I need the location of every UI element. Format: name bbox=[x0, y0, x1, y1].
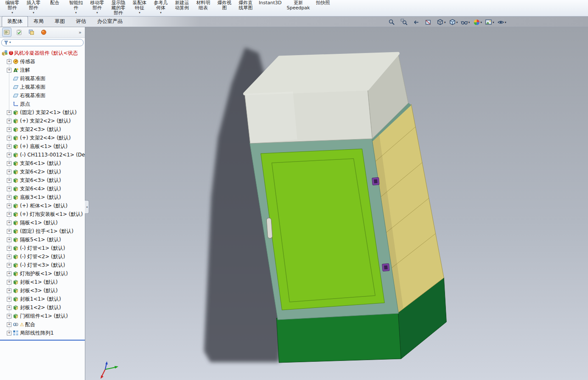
tree-item[interactable]: (-) CH1113-0012<1> (Defa bbox=[0, 151, 85, 159]
view-orientation-button[interactable]: ▾ bbox=[436, 18, 447, 26]
zoom-fit-button[interactable]: ▾ bbox=[387, 18, 398, 26]
tree-item[interactable]: 隔板<1> (默认) bbox=[0, 218, 85, 227]
show-hidden-components-button[interactable]: 显示隐 藏的零 部件 ▾ bbox=[108, 0, 129, 17]
tree-item[interactable]: (+) 柜体<1> (默认) bbox=[0, 201, 85, 210]
expand-toggle-icon[interactable] bbox=[7, 59, 11, 64]
expand-toggle-icon[interactable] bbox=[7, 195, 11, 200]
tree-item[interactable]: 门框组件<1> (默认) bbox=[0, 312, 85, 320]
tree-item[interactable]: (+) 支架2<2> (默认) bbox=[0, 117, 85, 125]
expand-toggle-icon[interactable] bbox=[7, 238, 11, 242]
expand-toggle-icon[interactable] bbox=[7, 212, 11, 217]
tree-item[interactable]: 隔板5<1> (默认) bbox=[0, 235, 85, 244]
expand-toggle-icon[interactable] bbox=[7, 280, 11, 285]
expand-toggle-icon[interactable] bbox=[7, 68, 11, 73]
propertymanager-tab[interactable] bbox=[15, 28, 23, 36]
hide-show-items-button[interactable]: ▾ bbox=[460, 18, 471, 26]
expand-toggle-icon[interactable] bbox=[7, 144, 11, 149]
smart-fastener-button[interactable]: 智能扣 件 ▾ bbox=[65, 0, 87, 14]
expand-toggle-icon[interactable] bbox=[7, 246, 11, 251]
take-snapshot-button[interactable]: 拍快照 ▾ bbox=[312, 0, 333, 9]
tree-item[interactable]: 底板3<1> (默认) bbox=[0, 193, 85, 201]
command-tab[interactable]: 装配体 bbox=[2, 16, 28, 27]
tree-filter-input[interactable]: ▾ bbox=[1, 39, 84, 46]
expand-toggle-icon[interactable] bbox=[7, 110, 11, 115]
expand-toggle-icon[interactable] bbox=[7, 263, 11, 268]
configurationmanager-tab[interactable] bbox=[27, 28, 36, 36]
tree-item[interactable]: 前视基准面 bbox=[0, 74, 85, 83]
expand-toggle-icon[interactable] bbox=[7, 271, 11, 276]
expand-toggle-icon[interactable] bbox=[7, 314, 11, 319]
tree-item[interactable]: 支架2<3> (默认) bbox=[0, 125, 85, 134]
tree-item[interactable]: 支架6<2> (默认) bbox=[0, 168, 85, 176]
expand-toggle-icon[interactable] bbox=[7, 229, 11, 234]
expand-toggle-icon[interactable] bbox=[7, 187, 11, 191]
instant3d-button[interactable]: Instant3D ▾ bbox=[256, 0, 284, 9]
bill-of-materials-button[interactable]: 材料明 细表 ▾ bbox=[193, 0, 214, 14]
exploded-view-button[interactable]: 爆炸视 图 ▾ bbox=[214, 0, 235, 14]
expand-toggle-icon[interactable] bbox=[7, 170, 11, 174]
tree-item[interactable]: 支架6<3> (默认) bbox=[0, 176, 85, 184]
tree-item[interactable]: 右视基准面 bbox=[0, 91, 85, 100]
tree-item[interactable]: 原点 bbox=[0, 100, 85, 108]
tree-item[interactable]: 灯泡护板<1> (默认) bbox=[0, 269, 85, 278]
previous-view-button[interactable]: ▾ bbox=[412, 18, 423, 26]
expand-toggle-icon[interactable] bbox=[7, 297, 11, 302]
apply-scene-button[interactable]: ▾ bbox=[484, 18, 495, 26]
zoom-area-button[interactable]: ▾ bbox=[400, 18, 411, 26]
model-3d[interactable] bbox=[85, 27, 588, 380]
expand-toggle-icon[interactable] bbox=[7, 153, 11, 157]
tree-item[interactable]: (-) 灯管<1> (默认) bbox=[0, 244, 85, 252]
tree-item[interactable]: 封板1<1> (默认) bbox=[0, 295, 85, 303]
expand-toggle-icon[interactable] bbox=[7, 305, 11, 310]
tree-item[interactable]: 封板<3> (默认) bbox=[0, 286, 85, 295]
assembly-feature-button[interactable]: 装配体 特征 ▾ bbox=[129, 0, 150, 14]
view-settings-button[interactable]: ▾ bbox=[496, 18, 507, 26]
insert-component-button[interactable]: 插入零 部件 ▾ bbox=[23, 0, 44, 14]
tree-item[interactable]: 上视基准面 bbox=[0, 83, 85, 91]
panel-collapse-handle[interactable]: ◂ bbox=[85, 200, 89, 214]
tree-item[interactable]: (固定) 拉手<1> (默认) bbox=[0, 227, 85, 235]
tree-item[interactable]: 支架6<4> (默认) bbox=[0, 184, 85, 193]
tree-item[interactable]: 局部线性阵列1 bbox=[0, 329, 85, 337]
expand-toggle-icon[interactable] bbox=[7, 331, 11, 335]
tree-item[interactable]: (+) 灯泡安装板<1> (默认) bbox=[0, 210, 85, 218]
motion-study-button[interactable]: 新建运 动算例 ▾ bbox=[171, 0, 193, 14]
expand-toggle-icon[interactable] bbox=[7, 204, 11, 208]
expand-toggle-icon[interactable] bbox=[7, 288, 11, 293]
tree-item[interactable]: (-) 灯管<2> (默认) bbox=[0, 252, 85, 261]
section-view-button[interactable]: ▾ bbox=[424, 18, 435, 26]
expand-toggle-icon[interactable] bbox=[7, 127, 11, 132]
tree-item[interactable]: (-) 灯管<3> (默认) bbox=[0, 261, 85, 269]
move-component-button[interactable]: 移动零 部件 ▾ bbox=[87, 0, 108, 14]
expand-toggle-icon[interactable] bbox=[7, 322, 11, 327]
edit-component-button[interactable]: 编辑零 部件 ▾ bbox=[2, 0, 23, 14]
tree-item[interactable]: 传感器 bbox=[0, 57, 85, 66]
mate-button[interactable]: 配合 ▾ bbox=[44, 0, 65, 9]
expand-toggle-icon[interactable] bbox=[7, 119, 11, 123]
panel-expand-button[interactable]: » bbox=[78, 30, 82, 35]
tree-item[interactable]: (固定) 支架2<1> (默认) bbox=[0, 108, 85, 117]
update-speedpak-button[interactable]: 更新 Speedpak ▾ bbox=[284, 0, 313, 14]
expand-toggle-icon[interactable] bbox=[7, 221, 11, 225]
expand-toggle-icon[interactable] bbox=[7, 254, 11, 259]
featuremanager-tab[interactable] bbox=[3, 28, 11, 36]
expand-toggle-icon[interactable] bbox=[7, 178, 11, 183]
displaymanager-tab[interactable] bbox=[39, 28, 48, 36]
edit-appearance-button[interactable]: ▾ bbox=[472, 18, 483, 26]
tree-item[interactable]: 封板1<2> (默认) bbox=[0, 303, 85, 312]
tree-item[interactable]: 封板<1> (默认) bbox=[0, 278, 85, 286]
explode-line-sketch-button[interactable]: 爆炸直 线草图 ▾ bbox=[235, 0, 256, 14]
tree-item[interactable]: 风机冷凝器组件 (默认<状态 bbox=[0, 49, 85, 57]
expand-toggle-icon[interactable] bbox=[7, 161, 11, 166]
tree-item[interactable]: 配合 bbox=[0, 320, 85, 329]
graphics-area[interactable] bbox=[85, 27, 588, 380]
tree-item[interactable]: (+) 支架2<4> (默认) bbox=[0, 134, 85, 142]
tree-item[interactable]: 支架6<1> (默认) bbox=[0, 159, 85, 168]
reference-geometry-button[interactable]: 参考几 何体 ▾ bbox=[150, 0, 171, 14]
command-tab[interactable]: 评估 bbox=[70, 16, 92, 27]
display-style-button[interactable]: ▾ bbox=[448, 18, 459, 26]
tree-item[interactable]: (+) 底板<1> (默认) bbox=[0, 142, 85, 151]
expand-toggle-icon[interactable] bbox=[7, 136, 11, 140]
tree-item[interactable]: 注解 bbox=[0, 66, 85, 74]
command-tab[interactable]: 布局 bbox=[28, 16, 49, 27]
